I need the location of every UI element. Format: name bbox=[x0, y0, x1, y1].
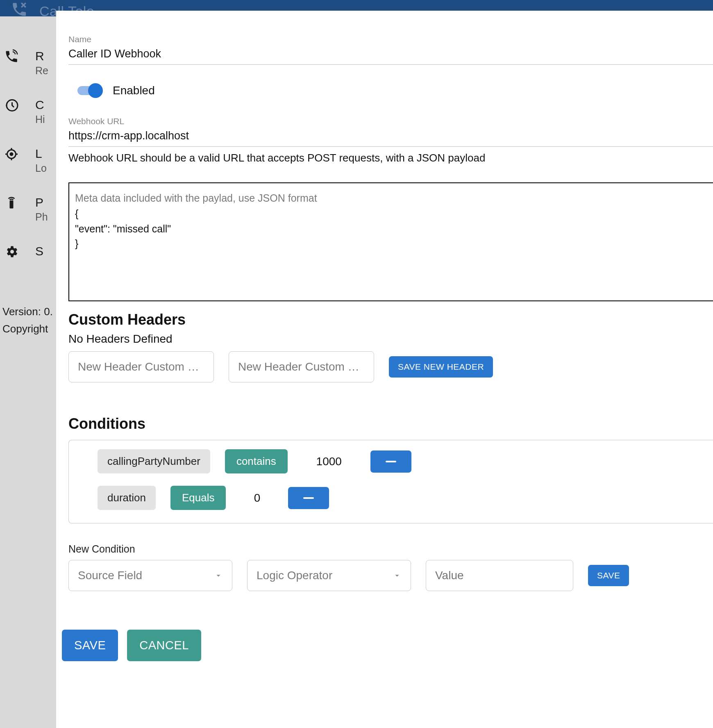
enabled-toggle[interactable] bbox=[77, 84, 102, 98]
copyright-text: Copyright bbox=[2, 321, 53, 338]
logic-operator-select[interactable]: Logic Operator bbox=[247, 560, 411, 591]
condition-value: 1000 bbox=[302, 455, 356, 468]
minus-icon bbox=[303, 497, 314, 499]
history-icon bbox=[3, 98, 20, 113]
condition-value-input[interactable] bbox=[426, 560, 573, 591]
version-text: Version: 0. bbox=[2, 303, 53, 321]
meta-content: { "event": "missed call" } bbox=[75, 208, 171, 249]
save-button[interactable]: SAVE bbox=[62, 630, 118, 661]
sidebar-item[interactable]: RRe bbox=[3, 49, 61, 77]
sidebar-item[interactable]: LLo bbox=[3, 147, 61, 174]
sidebar: RRe CHi LLo PPh S bbox=[3, 16, 61, 259]
save-header-button[interactable]: SAVE NEW HEADER bbox=[389, 356, 493, 378]
name-label: Name bbox=[68, 34, 713, 44]
new-condition-label: New Condition bbox=[68, 543, 713, 555]
name-field: Name bbox=[68, 34, 713, 65]
header-key-input[interactable]: New Header Custom … bbox=[68, 351, 214, 382]
sidebar-item[interactable]: CHi bbox=[3, 98, 61, 125]
condition-field: duration bbox=[98, 486, 156, 510]
name-input[interactable] bbox=[68, 46, 713, 65]
phone-active-icon bbox=[3, 49, 20, 64]
gear-icon bbox=[3, 244, 20, 259]
device-icon bbox=[3, 196, 20, 210]
condition-row: callingPartyNumber contains 1000 bbox=[98, 449, 713, 473]
enabled-toggle-row: Enabled bbox=[77, 84, 713, 98]
url-field: Webhook URL Webhook URL should be a vali… bbox=[68, 116, 713, 164]
conditions-title: Conditions bbox=[68, 415, 713, 432]
svg-point-2 bbox=[10, 153, 13, 155]
chevron-down-icon bbox=[393, 571, 402, 580]
cancel-button[interactable]: CANCEL bbox=[127, 630, 201, 661]
sidebar-item[interactable]: S bbox=[3, 244, 61, 259]
remove-condition-button[interactable] bbox=[370, 450, 411, 473]
save-condition-button[interactable]: SAVE bbox=[588, 565, 629, 586]
url-input[interactable] bbox=[68, 128, 713, 147]
headers-title: Custom Headers bbox=[68, 311, 713, 328]
new-condition-row: Source Field Logic Operator SAVE bbox=[68, 560, 713, 591]
chevron-down-icon bbox=[214, 571, 223, 580]
new-header-row: New Header Custom … New Header Custom … … bbox=[68, 351, 713, 382]
meta-textarea[interactable]: Meta data included with the paylad, use … bbox=[68, 182, 713, 301]
sidebar-footer: Version: 0. Copyright bbox=[2, 303, 53, 337]
condition-operator: contains bbox=[225, 449, 288, 473]
headers-empty: No Headers Defined bbox=[68, 332, 713, 346]
svg-rect-3 bbox=[10, 200, 14, 209]
enabled-label: Enabled bbox=[113, 84, 155, 97]
source-field-select[interactable]: Source Field bbox=[68, 560, 232, 591]
remove-condition-button[interactable] bbox=[288, 487, 329, 509]
webhook-panel: Name Enabled Webhook URL Webhook URL sho… bbox=[56, 11, 713, 728]
meta-placeholder: Meta data included with the paylad, use … bbox=[75, 191, 706, 205]
sidebar-item[interactable]: PPh bbox=[3, 196, 61, 223]
url-label: Webhook URL bbox=[68, 116, 713, 126]
condition-field: callingPartyNumber bbox=[98, 449, 210, 473]
condition-value: 0 bbox=[241, 491, 273, 505]
minus-icon bbox=[386, 461, 396, 462]
conditions-list: callingPartyNumber contains 1000 duratio… bbox=[68, 440, 713, 523]
header-value-input[interactable]: New Header Custom … bbox=[229, 351, 374, 382]
condition-operator: Equals bbox=[170, 486, 226, 510]
location-icon bbox=[3, 147, 20, 162]
url-helper: Webhook URL should be a valid URL that a… bbox=[68, 152, 713, 164]
condition-row: duration Equals 0 bbox=[98, 486, 713, 510]
